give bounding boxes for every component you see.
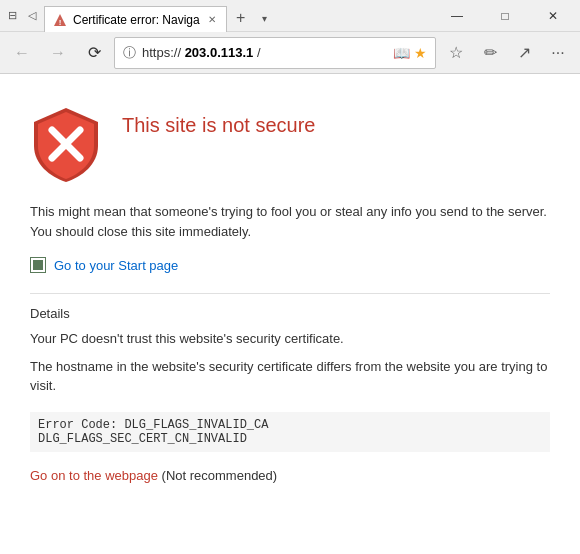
- svg-rect-5: [33, 260, 43, 270]
- share-icon[interactable]: ↗: [508, 37, 540, 69]
- start-page-link-container[interactable]: Go to your Start page: [30, 257, 550, 273]
- error-description: This might mean that someone's trying to…: [30, 202, 550, 241]
- details-section: Details Your PC doesn't trust this websi…: [30, 306, 550, 396]
- error-code: Error Code: DLG_FLAGS_INVALID_CA DLG_FLA…: [30, 412, 550, 452]
- tab-icon-left: ⊟: [4, 8, 20, 24]
- error-code-line2: DLG_FLAGS_SEC_CERT_CN_INVALID: [38, 432, 247, 446]
- new-tab-button[interactable]: +: [227, 5, 255, 31]
- nav-right-icons: ☆ ✏ ↗ ···: [440, 37, 574, 69]
- divider: [30, 293, 550, 294]
- error-body: This might mean that someone's trying to…: [30, 202, 550, 483]
- refresh-button[interactable]: ⟳: [78, 37, 110, 69]
- tab-strip: ! Certificate error: Naviga ✕ + ▾: [44, 0, 434, 31]
- title-bar: ⊟ ◁ ! Certificate error: Naviga ✕ + ▾ — …: [0, 0, 580, 32]
- shield-icon: [30, 104, 102, 184]
- not-recommended-text: (Not recommended): [162, 468, 278, 483]
- details-text-2: The hostname in the website's security c…: [30, 357, 550, 396]
- address-host: 203.0.113.1: [185, 45, 254, 60]
- tab-icon-back: ◁: [24, 8, 40, 24]
- minimize-button[interactable]: —: [434, 0, 480, 32]
- lock-icon: ⓘ: [123, 44, 136, 62]
- tab-favicon: !: [53, 13, 67, 27]
- error-code-line1: Error Code: DLG_FLAGS_INVALID_CA: [38, 418, 268, 432]
- forward-button[interactable]: →: [42, 37, 74, 69]
- tab-close-button[interactable]: ✕: [206, 12, 218, 27]
- address-bar-icons: 📖 ★: [393, 45, 427, 61]
- close-button[interactable]: ✕: [530, 0, 576, 32]
- reader-icon[interactable]: 📖: [393, 45, 410, 61]
- address-text: https:// 203.0.113.1 /: [142, 45, 387, 60]
- details-text-1: Your PC doesn't trust this website's sec…: [30, 329, 550, 349]
- tab-title: Certificate error: Naviga: [73, 13, 200, 27]
- navigation-bar: ← → ⟳ ⓘ https:// 203.0.113.1 / 📖 ★ ☆ ✏ ↗…: [0, 32, 580, 74]
- details-label: Details: [30, 306, 550, 321]
- title-bar-left: ⊟ ◁: [4, 8, 40, 24]
- address-bar[interactable]: ⓘ https:// 203.0.113.1 / 📖 ★: [114, 37, 436, 69]
- error-title: This site is not secure: [122, 112, 315, 138]
- favorites-icon[interactable]: ★: [414, 45, 427, 61]
- go-on-link-container: Go on to the webpage (Not recommended): [30, 468, 550, 483]
- error-header: This site is not secure: [30, 104, 550, 184]
- web-notes-icon[interactable]: ✏: [474, 37, 506, 69]
- svg-text:!: !: [59, 18, 62, 27]
- go-on-link[interactable]: Go on to the webpage: [30, 468, 158, 483]
- start-page-icon: [30, 257, 46, 273]
- tab-menu-button[interactable]: ▾: [255, 5, 275, 31]
- maximize-button[interactable]: □: [482, 0, 528, 32]
- back-button[interactable]: ←: [6, 37, 38, 69]
- more-button[interactable]: ···: [542, 37, 574, 69]
- start-page-link[interactable]: Go to your Start page: [54, 258, 178, 273]
- hub-icon[interactable]: ☆: [440, 37, 472, 69]
- window-controls: — □ ✕: [434, 0, 576, 32]
- page-content: This site is not secure This might mean …: [0, 74, 580, 554]
- error-title-container: This site is not secure: [122, 104, 315, 138]
- active-tab[interactable]: ! Certificate error: Naviga ✕: [44, 6, 227, 32]
